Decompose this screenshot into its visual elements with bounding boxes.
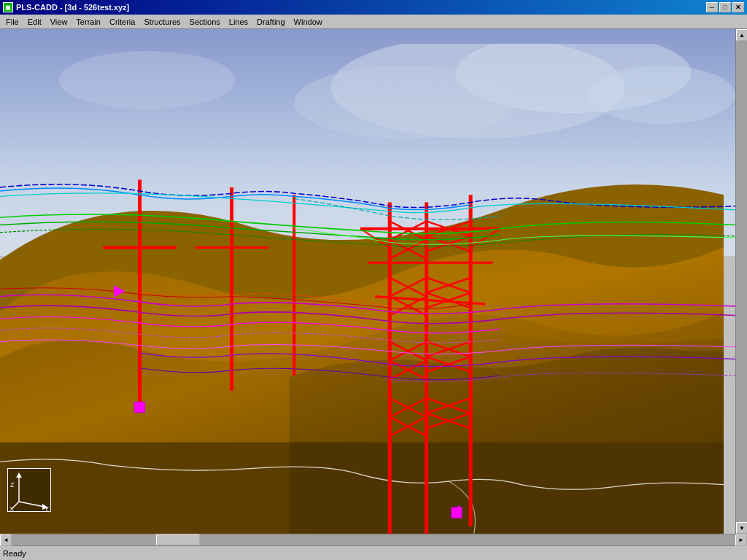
scroll-track-horizontal[interactable] [12,534,735,545]
svg-text:Z: Z [10,481,15,489]
menu-item-structures[interactable]: Structures [139,16,185,28]
svg-marker-56 [16,472,22,478]
svg-rect-8 [134,402,144,412]
minimize-button[interactable]: ─ [706,2,718,12]
scroll-thumb-horizontal[interactable] [156,534,200,545]
svg-line-59 [19,502,44,507]
status-bar: Ready [0,545,747,560]
menu-item-file[interactable]: File [1,16,23,28]
app-title: PLS-CADD - [3d - 526test.xyz] [16,3,129,12]
menu-item-drafting[interactable]: Drafting [252,16,290,28]
menu-item-sections[interactable]: Sections [185,16,225,28]
menu-bar: File Edit View Terrain Criteria Structur… [0,15,747,29]
app-icon: ▣ [3,2,13,12]
axis-x-label: X [9,505,14,513]
status-text: Ready [3,549,26,558]
maximize-button[interactable]: □ [719,2,731,12]
menu-item-window[interactable]: Window [290,16,327,28]
scroll-left-button[interactable]: ◄ [0,534,12,546]
title-bar-left: ▣ PLS-CADD - [3d - 526test.xyz] [3,2,129,12]
3d-scene: Z X Y [0,29,735,534]
close-button[interactable]: ✕ [732,2,744,12]
vertical-scrollbar: ▲ ▼ [735,29,747,534]
menu-item-view[interactable]: View [46,16,72,28]
menu-item-terrain[interactable]: Terrain [71,16,105,28]
svg-marker-53 [114,285,125,298]
scroll-up-button[interactable]: ▲ [736,29,747,41]
scroll-right-button[interactable]: ► [735,534,747,546]
horizontal-scrollbar: ◄ ► [0,534,747,545]
main-content: ─ □ ✕ [0,29,747,534]
menu-item-lines[interactable]: Lines [225,16,252,28]
scroll-track-vertical[interactable] [736,41,747,522]
power-line-structures [0,29,735,534]
axis-y-label: Y [44,505,49,513]
title-bar-controls[interactable]: ─ □ ✕ [706,2,744,12]
menu-item-criteria[interactable]: Criteria [105,16,139,28]
axis-indicator: Z X Y [7,468,51,512]
menu-item-edit[interactable]: Edit [23,16,46,28]
title-bar: ▣ PLS-CADD - [3d - 526test.xyz] ─ □ ✕ [0,0,747,15]
scroll-down-button[interactable]: ▼ [736,522,747,534]
